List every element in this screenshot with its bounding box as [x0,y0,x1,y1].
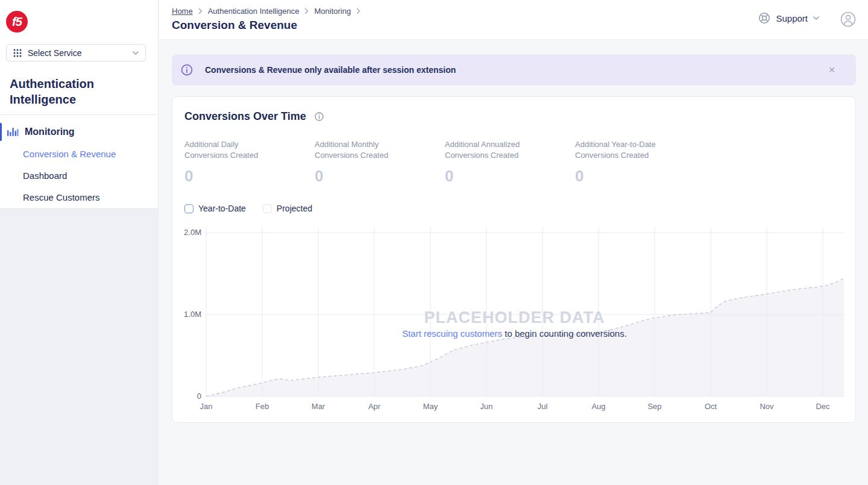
chevron-down-icon [813,16,820,20]
stat-value: 0 [315,167,445,186]
chevron-down-icon [132,51,139,55]
x-axis-tick-label: Jun [480,402,493,411]
stat-label: Additional Year-to-Date Conversions Crea… [575,139,705,161]
chart-canvas: 01.0M2.0MJanFebMarAprMayJunJulAugSepOctN… [172,224,857,416]
sidebar-item-rescue-customers[interactable]: Rescue Customers [23,192,149,203]
banner-message: Conversions & Revenue only available aft… [205,65,456,75]
sidebar-item-conversion-revenue[interactable]: Conversion & Revenue [23,148,149,160]
x-axis-tick-label: Jan [200,402,213,411]
page-title: Conversion & Revenue [172,19,297,32]
select-service-label: Select Service [28,48,127,58]
f5-logo-text: f5 [12,15,22,29]
stat-label: Additional Annualized Conversions Create… [445,139,575,161]
stat-value: 0 [445,167,575,186]
x-axis-tick-label: Apr [368,402,381,411]
card-title: Conversions Over Time [184,110,306,123]
life-buoy-icon [758,11,771,25]
y-axis-tick-label: 2.0M [184,228,201,237]
stat-daily: Additional Daily Conversions Created 0 [184,139,315,186]
info-icon[interactable] [314,111,324,122]
y-axis-tick-label: 0 [197,392,201,401]
y-axis-tick-label: 1.0M [184,310,201,319]
stat-label: Additional Daily Conversions Created [184,139,315,161]
conversions-card: Conversions Over Time Additional Daily C… [172,96,856,423]
card-title-row: Conversions Over Time [184,110,324,123]
stat-value: 0 [575,167,705,186]
user-avatar[interactable] [840,11,857,28]
support-label: Support [776,13,808,23]
sidebar-subnav: Conversion & Revenue Dashboard Rescue Cu… [23,148,149,213]
active-section-accent [0,123,2,141]
series-toggles: Year-to-Date Projected [184,204,312,213]
stat-ytd: Additional Year-to-Date Conversions Crea… [575,139,705,186]
breadcrumb: Home Authentication Intelligence Monitor… [172,7,360,16]
user-avatar-icon [840,11,857,28]
stat-value: 0 [184,167,315,186]
sidebar-section-label: Monitoring [25,127,75,137]
chart-annotation-rest: to begin counting conversions. [502,328,627,339]
stat-label: Additional Monthly Conversions Created [315,139,445,161]
grid-apps-icon [13,48,22,58]
breadcrumb-monitoring[interactable]: Monitoring [314,7,351,16]
conversions-chart: 01.0M2.0MJanFebMarAprMayJunJulAugSepOctN… [172,224,857,416]
x-axis-tick-label: Oct [705,402,717,411]
support-menu[interactable]: Support [758,11,820,25]
stats-row: Additional Daily Conversions Created 0 A… [184,139,705,186]
stat-monthly: Additional Monthly Conversions Created 0 [315,139,445,186]
x-axis-tick-label: Sep [647,402,661,411]
breadcrumb-chevron-icon [198,8,203,14]
x-axis-tick-label: May [423,402,438,411]
x-axis-tick-label: Aug [591,402,605,411]
breadcrumb-home[interactable]: Home [172,7,193,16]
sidebar-item-dashboard[interactable]: Dashboard [23,170,149,181]
x-axis-tick-label: Jul [538,402,548,411]
breadcrumb-chevron-icon [356,8,360,14]
x-axis-tick-label: Mar [312,402,326,411]
x-axis-tick-label: Nov [760,402,774,411]
year-to-date-label: Year-to-Date [198,204,246,213]
breadcrumb-chevron-icon [304,8,309,14]
f5-logo[interactable]: f5 [6,11,28,33]
breadcrumb-auth-intelligence[interactable]: Authentication Intelligence [208,7,300,16]
x-axis-tick-label: Feb [256,402,269,411]
app-root: f5 Select Service Authentication Intelli… [0,0,868,485]
projected-label: Projected [277,204,312,213]
bar-chart-icon [7,127,19,137]
year-to-date-checkbox[interactable] [184,204,193,213]
sidebar-divider [0,114,159,115]
banner-close-button[interactable]: ✕ [828,64,835,76]
info-icon [180,63,193,77]
sidebar-lower-panel [0,208,158,485]
stat-annualized: Additional Annualized Conversions Create… [445,139,575,186]
sidebar: f5 Select Service Authentication Intelli… [0,0,159,485]
select-service-dropdown[interactable]: Select Service [6,44,146,61]
chart-annotation: Start rescuing customers to begin counti… [172,328,857,339]
info-banner: Conversions & Revenue only available aft… [172,54,856,86]
x-axis-tick-label: Dec [816,402,830,411]
product-title: Authentication Intelligence [10,76,142,107]
sidebar-item-monitoring[interactable]: Monitoring [0,122,159,142]
page-header: Home Authentication Intelligence Monitor… [159,0,868,40]
projected-checkbox[interactable] [263,204,272,213]
start-rescuing-link[interactable]: Start rescuing customers [402,328,502,339]
